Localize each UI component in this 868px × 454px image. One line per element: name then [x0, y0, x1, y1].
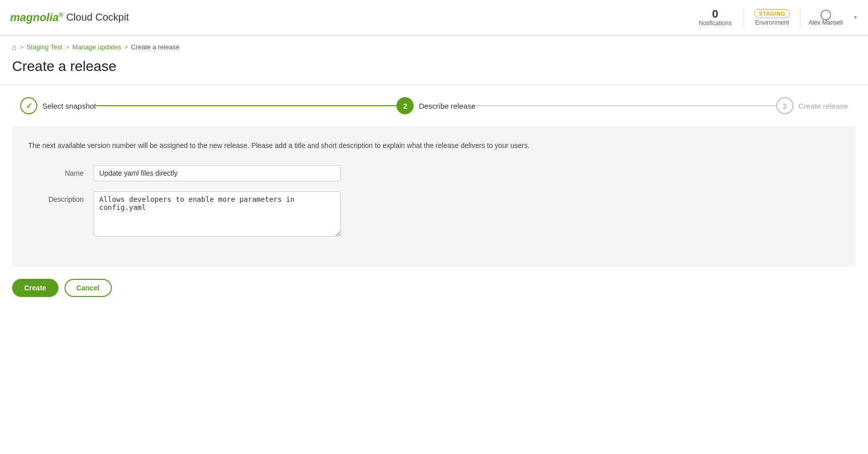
- logo-magnolia: magnolia®: [10, 11, 63, 24]
- button-row: Create Cancel: [0, 267, 868, 297]
- breadcrumb-sep-2: >: [65, 43, 70, 51]
- breadcrumb-current: Create a release: [131, 43, 179, 51]
- notifications-count: 0: [712, 9, 718, 20]
- breadcrumb: ⌂ > Staging Test > Manage updates > Crea…: [0, 36, 868, 56]
- user-chevron-icon: ▼: [851, 15, 858, 20]
- step-2-number: 2: [403, 102, 407, 110]
- breadcrumb-manage-updates[interactable]: Manage updates: [73, 43, 121, 51]
- notifications-button[interactable]: 0 Notifications: [687, 9, 744, 27]
- breadcrumb-sep-3: >: [124, 43, 128, 51]
- name-row: Name: [28, 165, 840, 181]
- environment-button[interactable]: STAGING Environment: [744, 9, 800, 26]
- step-1-label: Select snapshot: [42, 102, 96, 110]
- step-3: 3 Create release: [776, 97, 848, 114]
- step-2-label: Describe release: [419, 102, 476, 110]
- step-3-number: 3: [782, 102, 786, 110]
- step-1-circle: ✓: [20, 97, 37, 114]
- user-name: Alex Mansell: [809, 19, 843, 26]
- step-3-label: Create release: [798, 102, 848, 110]
- name-label: Name: [28, 165, 84, 177]
- user-icon: ◯: [820, 9, 831, 19]
- create-button[interactable]: Create: [12, 279, 58, 297]
- breadcrumb-home[interactable]: ⌂: [12, 43, 17, 51]
- description-input[interactable]: Allows developers to enable more paramet…: [94, 191, 341, 237]
- cancel-button[interactable]: Cancel: [64, 279, 112, 297]
- description-label: Description: [28, 191, 84, 203]
- step-line-2: [476, 105, 776, 106]
- step-3-circle: 3: [776, 97, 793, 114]
- breadcrumb-sep-1: >: [20, 43, 24, 51]
- step-wizard: ✓ Select snapshot 2 Describe release 3 C…: [0, 85, 868, 126]
- home-icon: ⌂: [12, 43, 17, 51]
- notifications-label: Notifications: [699, 20, 731, 27]
- checkmark-icon: ✓: [26, 101, 32, 111]
- form-info-text: The next available version number will b…: [28, 140, 840, 151]
- logo-area: magnolia® Cloud Cockpit: [10, 11, 129, 24]
- breadcrumb-staging-test[interactable]: Staging Test: [27, 43, 62, 51]
- user-menu[interactable]: ◯ Alex Mansell: [800, 9, 851, 26]
- environment-label: Environment: [755, 19, 789, 26]
- environment-badge: STAGING: [754, 9, 790, 18]
- step-2: 2 Describe release: [396, 97, 476, 114]
- description-row: Description Allows developers to enable …: [28, 191, 840, 237]
- step-1: ✓ Select snapshot: [20, 97, 96, 114]
- form-card: The next available version number will b…: [12, 126, 856, 267]
- header: magnolia® Cloud Cockpit 0 Notifications …: [0, 0, 868, 35]
- step-line-1: [96, 105, 397, 106]
- logo-cockpit: Cloud Cockpit: [66, 12, 129, 23]
- name-input[interactable]: [94, 165, 341, 181]
- page-title: Create a release: [0, 56, 868, 85]
- step-2-circle: 2: [396, 97, 414, 114]
- header-right: 0 Notifications STAGING Environment ◯ Al…: [687, 9, 858, 27]
